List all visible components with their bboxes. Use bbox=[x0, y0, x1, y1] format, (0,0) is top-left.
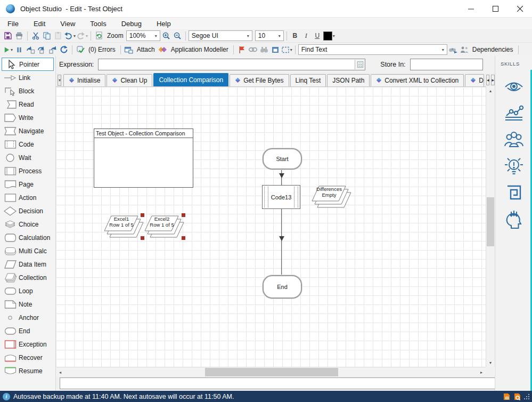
stage-tool-recover[interactable]: Recover bbox=[2, 351, 54, 364]
menu-tools[interactable]: Tools bbox=[83, 18, 113, 30]
tab-initialise[interactable]: Initialise bbox=[63, 74, 105, 86]
store-in-input[interactable] bbox=[413, 60, 498, 69]
print-button[interactable] bbox=[14, 30, 24, 41]
font-select[interactable]: Segoe UI▾ bbox=[189, 30, 252, 41]
step-out-button[interactable] bbox=[47, 44, 58, 55]
application-modeller-label[interactable]: Application Modeller bbox=[171, 46, 228, 53]
step-over-button[interactable] bbox=[36, 44, 47, 55]
maximize-button[interactable] bbox=[483, 0, 508, 17]
stage-tool-loop[interactable]: Loop bbox=[2, 284, 54, 298]
stage-tool-block[interactable]: Block bbox=[2, 84, 54, 98]
resize-grip-icon[interactable] bbox=[523, 393, 530, 400]
canvas-horizontal-scrollbar[interactable]: ◂ ▸ bbox=[56, 367, 486, 377]
end-stage[interactable]: End bbox=[263, 275, 302, 299]
skill-knowledge-button[interactable] bbox=[503, 182, 525, 203]
stage-tool-pointer[interactable]: Pointer bbox=[2, 58, 54, 71]
font-color-button[interactable]: ▾ bbox=[323, 30, 335, 41]
stage-tool-choice[interactable]: Choice bbox=[2, 218, 54, 231]
stage-tool-read[interactable]: Read bbox=[2, 98, 54, 111]
stage-description-input[interactable] bbox=[60, 378, 497, 389]
selection-handle[interactable] bbox=[141, 213, 144, 217]
start-stage[interactable]: Start bbox=[263, 148, 302, 170]
menu-edit[interactable]: Edit bbox=[26, 18, 53, 30]
play-button[interactable]: ▾ bbox=[3, 44, 13, 55]
tab-collection-comparison[interactable]: Collection Comparison bbox=[153, 73, 228, 86]
bold-button[interactable]: B bbox=[290, 30, 300, 41]
tab-dynamic-data-type[interactable]: Dynamic Data Type bbox=[465, 74, 484, 86]
menu-view[interactable]: View bbox=[53, 18, 83, 30]
horizontal-scroll-thumb[interactable] bbox=[205, 368, 338, 376]
vertical-scroll-thumb[interactable] bbox=[487, 197, 494, 246]
tab-clean-up[interactable]: Clean Up bbox=[107, 74, 152, 86]
grid-view-button[interactable] bbox=[270, 44, 281, 55]
underline-button[interactable]: U bbox=[312, 30, 323, 41]
scroll-down-button[interactable]: ▾ bbox=[486, 358, 495, 367]
menu-help[interactable]: Help bbox=[149, 18, 178, 30]
undo-button[interactable]: ▾ bbox=[64, 30, 76, 41]
selection-handle[interactable] bbox=[182, 236, 185, 240]
log-search-icon[interactable] bbox=[513, 392, 521, 401]
font-size-select[interactable]: 10▾ bbox=[255, 30, 284, 41]
zoom-in-button[interactable] bbox=[161, 30, 171, 41]
refresh-page-button[interactable] bbox=[94, 30, 104, 41]
stage-tool-wait[interactable]: Wait bbox=[2, 151, 54, 164]
cut-button[interactable] bbox=[30, 30, 41, 41]
stage-tool-code[interactable]: Code bbox=[2, 138, 54, 151]
tab-convert-xml-to-collection[interactable]: Convert XML to Collection bbox=[371, 74, 464, 86]
redo-button[interactable]: ▾ bbox=[76, 30, 88, 41]
references-button[interactable] bbox=[459, 44, 470, 55]
menu-debug[interactable]: Debug bbox=[114, 18, 149, 30]
skill-collaboration-button[interactable] bbox=[503, 128, 525, 150]
scroll-left-button[interactable]: ◂ bbox=[56, 368, 64, 376]
tab-scroll-left-button[interactable]: ◂ bbox=[486, 75, 490, 85]
stage-tool-resume[interactable]: Resume bbox=[2, 364, 54, 377]
attach-button[interactable] bbox=[124, 44, 134, 55]
italic-button[interactable]: I bbox=[301, 30, 312, 41]
skill-learning-button[interactable] bbox=[503, 208, 525, 230]
scroll-right-button[interactable]: ▸ bbox=[477, 368, 486, 376]
stage-tool-action[interactable]: Action bbox=[2, 191, 54, 204]
attach-label[interactable]: Attach bbox=[137, 46, 155, 53]
tab-get-file-bytes[interactable]: Get File Bytes bbox=[230, 74, 289, 86]
skill-planning-button[interactable] bbox=[503, 102, 525, 123]
flow-diagram-canvas[interactable]: Test Object - Collection Comparison Star… bbox=[56, 86, 486, 367]
pause-button[interactable] bbox=[14, 44, 24, 55]
stage-tool-page[interactable]: Page bbox=[2, 178, 54, 191]
tab-json-path[interactable]: JSON Path bbox=[327, 74, 370, 86]
dependencies-label[interactable]: Dependencies bbox=[472, 46, 513, 53]
session-log-icon[interactable] bbox=[502, 392, 511, 401]
zoom-out-button[interactable] bbox=[172, 30, 183, 41]
code13-stage[interactable]: Code13 bbox=[262, 185, 300, 209]
menu-file[interactable]: File bbox=[0, 18, 26, 30]
paste-button[interactable] bbox=[53, 30, 63, 41]
excel1-collection-stage[interactable]: Excel1Row 1 of 5 bbox=[103, 215, 144, 239]
search-button[interactable] bbox=[259, 44, 269, 55]
validate-errors-button[interactable] bbox=[75, 44, 86, 55]
expression-input[interactable] bbox=[99, 60, 355, 69]
breakpoint-flag-button[interactable] bbox=[236, 44, 247, 55]
tab-linq-test[interactable]: Linq Test bbox=[290, 74, 326, 86]
step-in-button[interactable] bbox=[25, 44, 36, 55]
scroll-up-button[interactable]: ▴ bbox=[486, 86, 495, 95]
selection-mode-button[interactable]: ▾ bbox=[281, 44, 292, 55]
stage-tool-end[interactable]: End bbox=[2, 324, 54, 337]
expression-builder-button[interactable] bbox=[355, 60, 365, 69]
stage-tool-process[interactable]: Process bbox=[2, 164, 54, 178]
reset-button[interactable] bbox=[59, 44, 69, 55]
stage-tool-link[interactable]: Link bbox=[2, 71, 54, 84]
minimize-button[interactable] bbox=[459, 0, 483, 17]
save-button[interactable] bbox=[3, 30, 13, 41]
stage-tool-data-item[interactable]: Data Item bbox=[2, 258, 54, 271]
tab-list-dropdown-button[interactable]: ▾ bbox=[58, 75, 61, 86]
stage-tool-multi-calc[interactable]: Multi Calc bbox=[2, 244, 54, 258]
selection-handle[interactable] bbox=[182, 213, 185, 217]
excel2-collection-stage[interactable]: Excel2Row 1 of 5 bbox=[143, 215, 185, 239]
canvas-vertical-scrollbar[interactable]: ▴ ▾ bbox=[486, 86, 495, 367]
stage-tool-collection[interactable]: Collection bbox=[2, 271, 54, 284]
zoom-select[interactable]: 100%▾ bbox=[126, 30, 160, 41]
stage-tool-exception[interactable]: Exception bbox=[2, 337, 54, 351]
link-button[interactable] bbox=[248, 44, 258, 55]
stage-tool-navigate[interactable]: Navigate bbox=[2, 124, 54, 138]
skill-problem-solving-button[interactable] bbox=[503, 155, 525, 176]
find-text-combobox[interactable]: Find Text▾ bbox=[298, 44, 447, 55]
